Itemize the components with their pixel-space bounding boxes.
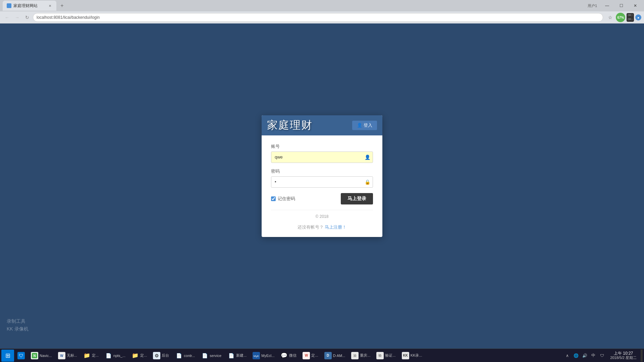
account-label: 账号 <box>271 143 373 149</box>
show-desktop-btn[interactable] <box>641 350 643 362</box>
taskbar-item-service[interactable]: 📄 service <box>198 350 224 362</box>
taskbar-item-dam[interactable]: D D·AM... <box>322 350 348 362</box>
taskbar-label-backend: 后台 <box>162 353 169 358</box>
clock-area[interactable]: 上午 10:27 2018/5/2 星期二 <box>607 351 639 360</box>
tray-volume[interactable]: 🔊 <box>581 352 589 360</box>
taskbar-label-dam: D·AM... <box>333 354 345 358</box>
browser-content: 录制工具 KK 录像机 家庭理财 👤 登入 账号 👤 密码 <box>0 23 644 349</box>
taskbar-icon-win: 🛡 <box>17 352 25 359</box>
taskbar-item-wechat[interactable]: 💬 微信 <box>278 350 299 362</box>
tab-favicon <box>7 3 11 8</box>
taskbar-label-myeclipse: MyEcl... <box>261 354 274 358</box>
header-login-btn[interactable]: 👤 登入 <box>352 121 377 130</box>
taskbar-item-win[interactable]: 🛡 <box>15 350 28 362</box>
minimize-btn[interactable]: — <box>600 1 614 10</box>
address-bar-row: ← → ↻ localhost:8081/licai/backendui/log… <box>0 11 644 23</box>
taskbar-item-folder2[interactable]: 📁 定... <box>129 350 150 362</box>
taskbar-label-verify: 验证... <box>385 353 395 358</box>
taskbar-item-folder1[interactable]: 📁 定... <box>80 350 101 362</box>
tab-bar: 家庭理财网站 ✕ + <box>0 0 644 11</box>
watermark-line1: 录制工具 <box>7 317 29 325</box>
tray-antivirus[interactable]: 🛡 <box>598 352 606 360</box>
password-group: 密码 🔒 <box>271 168 373 188</box>
taskbar-icon-word: W <box>58 352 65 359</box>
tray-network[interactable]: 🌐 <box>572 352 580 360</box>
password-input[interactable] <box>271 176 373 188</box>
taskbar-icon-backend: ⚙ <box>153 352 160 359</box>
taskbar-item-navicat[interactable]: N Navic... <box>28 350 55 362</box>
watermark: 录制工具 KK 录像机 <box>7 317 29 333</box>
taskbar-item-chongqing[interactable]: 渝 重庆... <box>348 350 373 362</box>
ext-dot[interactable]: ● <box>635 14 641 20</box>
account-input[interactable] <box>271 152 373 163</box>
maximize-btn[interactable]: ☐ <box>614 1 628 10</box>
taskbar-icon-myeclipse: MyE <box>253 352 260 359</box>
taskbar-icon-chongqing: 渝 <box>351 352 359 359</box>
taskbar-label-new: 新建... <box>236 353 247 358</box>
bookmark-btn[interactable]: ☆ <box>606 13 614 22</box>
user-label: 用户1 <box>588 3 597 8</box>
taskbar-label-contr: contr... <box>184 354 195 358</box>
taskbar-label-wps: 定... <box>311 353 318 358</box>
taskbar-label-wechat: 微信 <box>289 353 297 358</box>
taskbar-icon-verify: 验 <box>376 352 384 359</box>
taskbar-item-word[interactable]: W 无标... <box>55 350 80 362</box>
taskbar-icon-folder1: 📁 <box>83 352 91 359</box>
taskbar-item-wps[interactable]: W 定... <box>300 350 321 362</box>
taskbar-item-backend[interactable]: ⚙ 后台 <box>150 350 172 362</box>
taskbar-icon-folder2: 📁 <box>131 352 139 359</box>
back-btn[interactable]: ← <box>3 13 11 22</box>
taskbar-item-contr[interactable]: 📄 contr... <box>172 350 198 362</box>
address-bar[interactable]: localhost:8081/licai/backendui/login <box>33 13 603 22</box>
clock-time: 上午 10:27 <box>614 351 633 356</box>
taskbar-item-verify[interactable]: 验 验证... <box>374 350 398 362</box>
divider <box>271 210 373 210</box>
remember-label[interactable]: 记住密码 <box>271 196 295 202</box>
header-login-label: 登入 <box>364 122 372 128</box>
svg-text:W: W <box>60 354 63 358</box>
password-icon: 🔒 <box>365 179 370 185</box>
login-submit-label: 马上登录 <box>347 196 366 201</box>
app-logo: 家庭理财 <box>267 118 313 133</box>
password-label: 密码 <box>271 168 373 174</box>
taskbar-item-npts[interactable]: 📄 npts_... <box>102 350 128 362</box>
tray-arrow[interactable]: ∧ <box>563 352 571 360</box>
login-submit-btn[interactable]: 马上登录 <box>341 193 373 204</box>
new-tab-btn[interactable]: + <box>58 2 66 10</box>
remember-checkbox[interactable] <box>271 196 276 201</box>
ext-network: 0K↑0K↓ <box>627 13 634 21</box>
taskbar-icon-kk: KK <box>402 352 409 359</box>
taskbar-item-kk[interactable]: KK KK录... <box>399 350 425 362</box>
forward-btn[interactable]: → <box>13 13 21 22</box>
account-input-wrapper: 👤 <box>271 152 373 163</box>
tab-close-btn[interactable]: ✕ <box>48 3 52 8</box>
taskbar-label-navicat: Navic... <box>40 354 52 358</box>
login-form-area: 账号 👤 密码 🔒 记住密码 <box>262 135 382 237</box>
copyright: © 2018 <box>271 214 373 219</box>
reload-btn[interactable]: ↻ <box>23 13 32 22</box>
register-link[interactable]: 马上注册！ <box>325 225 346 230</box>
clock-date: 2018/5/2 星期二 <box>610 356 637 360</box>
taskbar-item-new[interactable]: 📄 新建... <box>225 350 249 362</box>
tab-title: 家庭理财网站 <box>13 3 38 9</box>
browser-actions: ☆ 67% 0K↑0K↓ ● <box>606 13 641 22</box>
account-group: 账号 👤 <box>271 143 373 163</box>
tray-input[interactable]: 中 <box>589 352 597 360</box>
taskbar-item-myeclipse[interactable]: MyE MyEcl... <box>250 350 277 362</box>
start-icon: ⊞ <box>5 352 10 359</box>
remember-row: 记住密码 马上登录 <box>271 193 373 204</box>
ext-performance[interactable]: 67% <box>616 13 625 22</box>
taskbar-icon-wps: W <box>303 352 310 359</box>
taskbar-icon-new: 📄 <box>227 352 235 359</box>
start-btn[interactable]: ⊞ <box>1 350 14 362</box>
taskbar-label-chongqing: 重庆... <box>360 353 370 358</box>
taskbar-label-word: 无标... <box>67 353 77 358</box>
taskbar-icon-navicat: N <box>31 352 38 359</box>
password-input-wrapper: 🔒 <box>271 176 373 188</box>
tray-icons: ∧ 🌐 🔊 中 🛡 <box>563 352 606 360</box>
active-tab[interactable]: 家庭理财网站 ✕ <box>3 1 56 11</box>
taskbar-icon-npts: 📄 <box>105 352 112 359</box>
close-btn[interactable]: ✕ <box>629 1 642 10</box>
window-controls: 用户1 — ☐ ✕ <box>588 0 644 11</box>
taskbar-label-npts: npts_... <box>113 354 125 358</box>
